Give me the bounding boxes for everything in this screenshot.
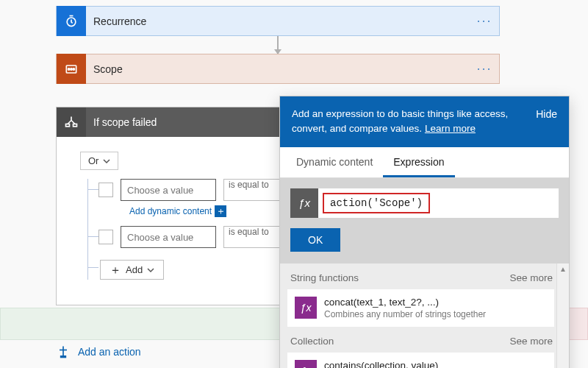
value-input[interactable] <box>121 226 216 248</box>
function-signature: concat(text_1, text_2?, ...) <box>324 297 486 308</box>
learn-more-link[interactable]: Learn more <box>425 123 476 134</box>
operator-label: Or <box>88 155 98 166</box>
recurrence-card[interactable]: Recurrence ··· <box>56 6 500 36</box>
add-action-icon <box>56 344 71 359</box>
true-branch-strip <box>0 308 287 340</box>
add-condition-button[interactable]: ＋ Add <box>100 260 164 280</box>
operator-dropdown[interactable]: Or <box>80 152 118 170</box>
svg-rect-7 <box>61 356 66 358</box>
see-more-link[interactable]: See more <box>509 272 553 283</box>
recurrence-more-icon[interactable]: ··· <box>470 13 499 29</box>
fx-icon: ƒx <box>295 360 317 369</box>
dynamic-content-badge-icon: ＋ <box>215 205 226 217</box>
scope-title: Scope <box>86 63 470 75</box>
scope-icon <box>57 54 86 84</box>
function-list: String functions See more ƒx concat(text… <box>280 263 569 369</box>
row-checkbox[interactable] <box>98 183 113 197</box>
connector-arrow <box>277 36 279 54</box>
scope-more-icon[interactable]: ··· <box>470 61 499 77</box>
expression-flyout: Add an expression to do basic things lik… <box>279 96 570 368</box>
ok-button[interactable]: OK <box>290 228 340 252</box>
flyout-header: Add an expression to do basic things lik… <box>280 96 569 147</box>
chevron-down-icon <box>103 158 110 165</box>
group-label: String functions <box>290 272 359 283</box>
row-checkbox[interactable] <box>98 230 113 244</box>
chevron-down-icon <box>147 266 154 274</box>
svg-rect-6 <box>74 124 77 127</box>
svg-rect-5 <box>66 124 70 127</box>
recurrence-icon <box>57 6 86 36</box>
flyout-tabs: Dynamic content Expression <box>280 147 569 178</box>
svg-point-2 <box>68 68 70 69</box>
recurrence-title: Recurrence <box>86 15 470 27</box>
fx-icon: ƒx <box>295 297 317 319</box>
function-item[interactable]: ƒx contains(collection, value) Returns t… <box>287 353 554 369</box>
svg-point-3 <box>71 68 72 69</box>
svg-point-4 <box>73 68 74 69</box>
tab-dynamic-content[interactable]: Dynamic content <box>286 147 383 177</box>
scrollbar[interactable] <box>556 263 569 369</box>
scope-card[interactable]: Scope ··· <box>56 54 500 84</box>
see-more-link[interactable]: See more <box>509 336 553 347</box>
tab-expression[interactable]: Expression <box>383 147 454 177</box>
add-an-action-button[interactable]: Add an action <box>56 344 141 359</box>
function-item[interactable]: ƒx concat(text_1, text_2?, ...) Combines… <box>287 289 554 327</box>
flyout-header-text: Add an expression to do basic things lik… <box>292 108 508 134</box>
expression-input[interactable]: action('Scope') <box>323 193 430 213</box>
value-input[interactable] <box>121 179 216 201</box>
function-signature: contains(collection, value) <box>324 360 545 369</box>
function-description: Combines any number of strings together <box>324 309 486 319</box>
condition-icon <box>57 107 86 137</box>
fx-icon: ƒx <box>290 188 318 218</box>
group-label: Collection <box>290 336 334 347</box>
hide-button[interactable]: Hide <box>536 107 557 137</box>
